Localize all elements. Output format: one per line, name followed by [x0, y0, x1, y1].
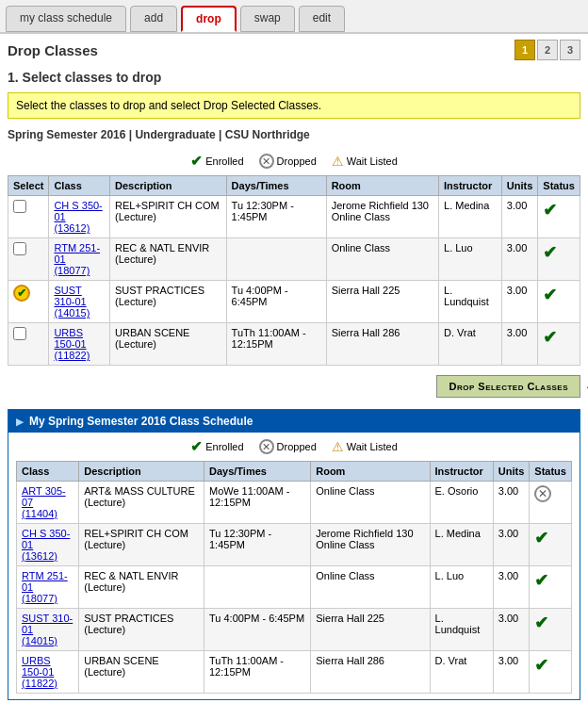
- col-class: Class: [49, 176, 110, 196]
- status-cell: ✔: [530, 524, 572, 566]
- tab-drop[interactable]: drop: [181, 6, 237, 32]
- schedule-section: ▶ My Spring Semester 2016 Class Schedule…: [8, 409, 580, 700]
- class-link[interactable]: URBS 150-01(11822): [54, 327, 90, 361]
- check-icon: ✔: [190, 153, 203, 170]
- tab-swap[interactable]: swap: [240, 6, 295, 32]
- tab-edit[interactable]: edit: [299, 6, 345, 32]
- class-link[interactable]: ART 305-07(11404): [22, 485, 66, 519]
- table-row: CH S 350-01(13612) REL+SPIRIT CH COM (Le…: [17, 524, 572, 566]
- status-cell: ✔: [530, 651, 572, 694]
- tab-add[interactable]: add: [130, 6, 177, 32]
- room-cell: Jerome Richfield 130 Online Class: [311, 524, 430, 566]
- schedule-legend-row: ✔ Enrolled ✕ Dropped ⚠ Wait Listed: [8, 433, 580, 461]
- status-cell: ✕: [530, 482, 572, 524]
- warning-icon: ⚠: [332, 154, 344, 169]
- enrolled-check-icon: ✔: [534, 529, 548, 548]
- desc-cell: ART& MASS CULTURE (Lecture): [79, 482, 204, 524]
- step-3: 3: [560, 40, 580, 60]
- class-cell: CH S 350-01(13612): [49, 196, 110, 238]
- units-cell: 3.00: [501, 238, 538, 281]
- days-cell: [226, 238, 326, 281]
- room-cell: Jerome Richfield 130 Online Class: [326, 196, 438, 238]
- select-cell: [8, 238, 49, 281]
- instructor-cell: D. Vrat: [430, 651, 493, 694]
- enrolled-check-icon: ✔: [534, 656, 548, 675]
- class-link[interactable]: SUST 310-01(14015): [54, 285, 90, 319]
- step-1: 1: [514, 40, 535, 60]
- class-link[interactable]: SUST 310-01(14015): [22, 613, 73, 646]
- instructor-cell: E. Osorio: [430, 482, 493, 524]
- col-units: Units: [493, 462, 530, 482]
- col-room: Room: [326, 176, 438, 196]
- semester-info: Spring Semester 2016 | Undergraduate | C…: [0, 123, 588, 147]
- row-checkbox[interactable]: [13, 200, 26, 213]
- select-cell: ✔: [8, 281, 49, 323]
- triangle-icon: ▶: [16, 417, 24, 427]
- class-link[interactable]: RTM 251-01(18077): [22, 570, 68, 604]
- class-link[interactable]: CH S 350-01(13612): [22, 528, 70, 562]
- room-cell: Online Class: [326, 238, 438, 281]
- class-cell: ART 305-07(11404): [17, 482, 79, 524]
- table-row: ART 305-07(11404) ART& MASS CULTURE (Lec…: [17, 482, 572, 524]
- class-cell: SUST 310-01(14015): [17, 609, 79, 651]
- days-cell: Tu 12:30PM - 1:45PM: [226, 196, 326, 238]
- class-cell: SUST 310-01(14015): [49, 281, 110, 323]
- enrolled-label: Enrolled: [205, 155, 243, 167]
- table-row: CH S 350-01(13612) REL+SPIRIT CH COM (Le…: [8, 196, 580, 238]
- red-arrow-icon: ←: [582, 373, 588, 400]
- enrolled-check-icon: ✔: [534, 613, 548, 632]
- schedule-table-wrapper: Class Description Days/Times Room Instru…: [8, 461, 580, 694]
- status-cell: ✔: [530, 609, 572, 651]
- table-row: URBS 150-01(11822) URBAN SCENE (Lecture)…: [17, 651, 572, 694]
- table-row: RTM 251-01(18077) REC & NATL ENVIR (Lect…: [8, 238, 580, 281]
- class-cell: RTM 251-01(18077): [49, 238, 110, 281]
- enrolled-check-icon: ✔: [543, 328, 557, 347]
- col-days-times: Days/Times: [204, 462, 310, 482]
- enrolled-check-icon: ✔: [543, 201, 557, 220]
- col-description: Description: [110, 176, 227, 196]
- table-row: URBS 150-01(11822) URBAN SCENE (Lecture)…: [8, 323, 580, 366]
- room-cell: Online Class: [311, 482, 430, 524]
- desc-cell: SUST PRACTICES (Lecture): [110, 281, 227, 323]
- days-cell: Tu 12:30PM - 1:45PM: [204, 524, 310, 566]
- row-checkbox[interactable]: [13, 242, 26, 255]
- drop-selected-button[interactable]: Drop Selected Classes: [436, 375, 580, 398]
- class-link[interactable]: CH S 350-01(13612): [54, 200, 102, 234]
- select-table: Select Class Description Days/Times Room…: [8, 175, 580, 366]
- schedule-legend-enrolled: ✔ Enrolled: [190, 438, 243, 455]
- page-header: Drop Classes 1 2 3: [0, 34, 588, 66]
- class-link[interactable]: RTM 251-01(18077): [54, 242, 100, 276]
- enrolled-check-icon: ✔: [543, 243, 557, 262]
- days-cell: [204, 566, 310, 609]
- legend-waitlisted: ⚠ Wait Listed: [332, 154, 398, 169]
- units-cell: 3.00: [493, 651, 530, 694]
- waitlisted-label: Wait Listed: [347, 441, 398, 452]
- section-header: 1. Select classes to drop: [0, 66, 588, 89]
- check-icon: ✔: [190, 438, 203, 455]
- top-navigation: my class schedule add drop swap edit: [0, 0, 588, 34]
- schedule-legend-dropped: ✕ Dropped: [259, 439, 317, 454]
- desc-cell: URBAN SCENE (Lecture): [79, 651, 204, 694]
- days-cell: Tu 4:00PM - 6:45PM: [204, 609, 310, 651]
- status-cell: ✔: [538, 196, 580, 238]
- status-cell: ✔: [530, 566, 572, 609]
- row-checkbox[interactable]: [13, 327, 26, 340]
- room-cell: Sierra Hall 225: [311, 609, 430, 651]
- class-link[interactable]: URBS 150-01(11822): [22, 655, 57, 689]
- dropped-icon: ✕: [259, 154, 274, 169]
- desc-cell: SUST PRACTICES (Lecture): [79, 609, 204, 651]
- drop-button-container: Drop Selected Classes ←: [436, 375, 580, 398]
- instructor-cell: L. Lundquist: [430, 609, 493, 651]
- class-cell: RTM 251-01(18077): [17, 566, 79, 609]
- days-cell: TuTh 11:00AM - 12:15PM: [204, 651, 310, 694]
- status-cell: ✔: [538, 323, 580, 366]
- col-status: Status: [530, 462, 572, 482]
- desc-cell: REL+SPIRIT CH COM (Lecture): [110, 196, 227, 238]
- warning-icon: ⚠: [332, 439, 344, 454]
- tab-my-class-schedule[interactable]: my class schedule: [6, 6, 126, 32]
- table-row: SUST 310-01(14015) SUST PRACTICES (Lectu…: [17, 609, 572, 651]
- instructor-cell: L. Lundquist: [439, 281, 502, 323]
- units-cell: 3.00: [493, 566, 530, 609]
- drop-button-row: Drop Selected Classes ←: [0, 371, 588, 401]
- instructor-cell: D. Vrat: [439, 323, 502, 366]
